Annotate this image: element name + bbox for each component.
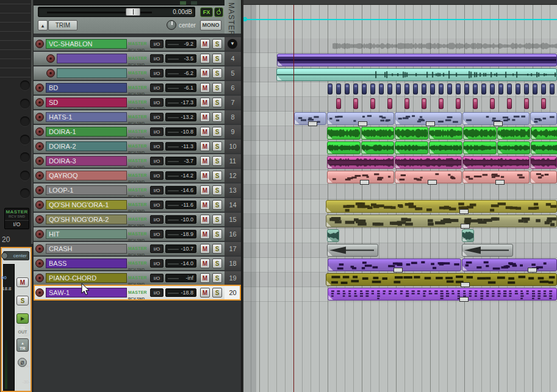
media-item-note[interactable] [396,84,401,94]
volume-readout[interactable]: -3.7 [165,157,196,165]
fade-in-handle[interactable] [429,149,434,154]
route-button[interactable]: MASTERRCV SND [128,244,150,257]
track-name-field[interactable]: QO'SH NOG'ORA-1 [46,200,127,210]
track-row-SAW-1[interactable]: SAW-1MASTERRCV SNDI/O-18.8MS20 [34,286,241,299]
record-arm-button[interactable] [46,54,55,63]
arrange-lane-DOIRA-2[interactable] [243,141,557,155]
arrange-lane-BD[interactable] [243,82,557,97]
track-number-cell[interactable]: 7 [225,96,241,109]
mute-button[interactable]: M [200,141,210,151]
media-item-note[interactable] [516,84,520,94]
io-button[interactable]: I/O [150,127,164,136]
fade-in-handle[interactable] [531,163,536,168]
record-arm-button[interactable] [35,113,44,121]
track-row-VC-SHABLON[interactable]: VC-SHABLONMASTERRCV SNDI/O-9.2MS▼ [34,37,241,51]
track-row-BD[interactable]: BDMASTERRCV SNDI/O-6.1MS6 [34,81,241,94]
media-item-note[interactable] [456,98,461,109]
fade-in-handle[interactable] [531,119,536,124]
volume-readout[interactable]: -18.8 [165,288,196,297]
mixer-io-button[interactable]: I/O [5,220,29,228]
io-button[interactable]: I/O [150,69,164,77]
item-bottom-handle[interactable] [428,180,437,185]
track-row-QO'SH NOG'ORA-2[interactable]: QO'SH NOG'ORA-2MASTERRCV SNDI/O-10.0MS15 [34,213,241,226]
volume-readout[interactable]: -10.7 [165,244,196,253]
fade-in-handle[interactable] [531,149,536,154]
media-item-HATS-1-4[interactable] [530,112,557,125]
media-item-note[interactable] [370,98,375,109]
fade-in-handle[interactable] [463,119,468,124]
media-item-BASS-1[interactable] [462,258,557,271]
io-button[interactable]: I/O [150,244,164,253]
track-number-cell[interactable]: 17 [225,242,241,255]
media-item-note[interactable] [387,84,392,94]
track-row-PIANO-CHORD[interactable]: PIANO-CHORDMASTERRCV SNDI/O-infMS19 [34,271,241,285]
media-item-DOIRA-1-3[interactable] [429,127,462,140]
track-row-4[interactable]: MASTERRCV SNDI/O-3.5MS4 [34,52,241,65]
route-button[interactable]: MASTERRCV SND [128,98,150,111]
media-item-note[interactable] [473,98,478,109]
route-button[interactable]: MASTERRCV SND [128,230,150,243]
mixer-volume-fader[interactable] [3,264,15,391]
fade-in-handle[interactable] [462,266,467,271]
route-button[interactable]: MASTERRCV SND [128,186,150,199]
fade-in-handle[interactable] [498,149,503,154]
edit-cursor[interactable] [293,5,294,392]
track-number-cell[interactable]: ▼ [225,37,241,51]
track-number-cell[interactable]: 4 [225,52,241,65]
item-bottom-handle[interactable] [461,224,470,229]
io-button[interactable]: I/O [150,113,164,121]
mute-button[interactable]: M [200,185,210,195]
fade-in-handle[interactable] [328,134,332,139]
mute-button[interactable]: M [200,68,210,78]
record-arm-button[interactable] [46,69,55,77]
route-button[interactable]: MASTERRCV SND [128,157,150,169]
fade-in-handle[interactable] [463,178,468,183]
fade-in-handle[interactable] [328,178,332,183]
solo-button[interactable]: S [212,229,222,239]
fade-in-handle[interactable] [277,76,282,80]
track-number-cell[interactable]: 14 [225,198,241,212]
fade-in-handle[interactable] [328,295,333,300]
arrange-lane-BASS[interactable] [243,258,557,273]
route-button[interactable]: MASTERRCV SND [128,288,150,301]
media-item-note[interactable] [524,84,529,94]
media-item-DOIRA-2-3[interactable] [429,141,462,154]
media-item-PIANO-CHORD-0[interactable] [326,273,557,286]
media-item-note[interactable] [336,98,341,109]
track-row-QO'SH NOG'ORA-1[interactable]: QO'SH NOG'ORA-1MASTERRCV SNDI/O-11.6MS14 [34,198,241,212]
fade-in-handle[interactable] [395,149,400,154]
volume-readout[interactable]: -14.2 [165,171,196,180]
media-item-QAYROQ-3[interactable] [530,171,557,184]
media-item-DOIRA-2-5[interactable] [497,141,530,154]
record-monitor-button[interactable]: ▶ [16,313,29,324]
track-row-HATS-1[interactable]: HATS-1MASTERRCV SNDI/O-13.2MS8 [34,110,241,124]
volume-readout[interactable]: -17.3 [165,98,196,107]
record-arm-button[interactable] [35,288,44,297]
volume-readout[interactable]: -6.2 [165,69,196,77]
arrange-lane-QO'SH NOG'ORA-1[interactable] [243,199,557,214]
media-item-note[interactable] [507,84,512,94]
track-row-HIT[interactable]: HITMASTERRCV SNDI/O-18.9MS16 [34,227,241,241]
record-arm-button[interactable] [35,84,44,92]
track-name-field[interactable]: DOIRA-3 [46,156,127,166]
media-item-note[interactable] [404,84,409,94]
media-item-HIT-0[interactable] [327,229,339,242]
media-item-note[interactable] [413,84,418,94]
track-name-field[interactable] [57,68,127,78]
media-item-DOIRA-1-1[interactable] [361,127,394,140]
record-arm-button[interactable] [35,244,44,253]
fade-in-handle[interactable] [395,163,400,168]
item-bottom-handle[interactable] [495,180,505,185]
media-item-DOIRA-1-4[interactable] [463,127,497,140]
fade-in-handle[interactable] [464,134,469,139]
track-name-field[interactable] [57,54,127,63]
arrange-lane-HATS-1[interactable] [243,112,557,126]
solo-button[interactable]: S [212,288,222,298]
volume-readout[interactable]: -6.1 [165,84,196,92]
fade-in-handle[interactable] [395,134,400,139]
io-button[interactable]: I/O [150,157,164,165]
arrange-lane-VC-SHABLON[interactable] [243,38,557,53]
fade-in-handle[interactable] [326,280,331,285]
track-name-field[interactable]: DOIRA-1 [46,127,127,137]
media-item-note[interactable] [404,98,409,109]
